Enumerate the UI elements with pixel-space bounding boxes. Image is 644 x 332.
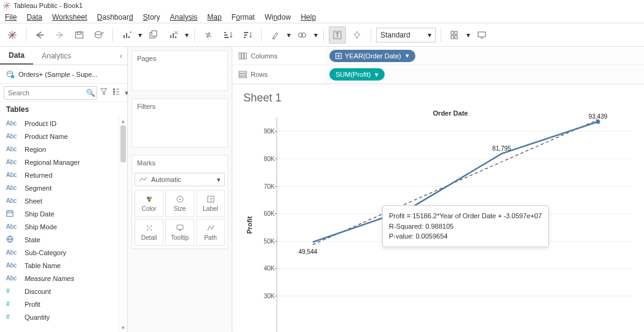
menu-dashboard[interactable]: Dashboard (97, 13, 133, 22)
fit-mode-select[interactable]: Standard ▾ (376, 28, 436, 42)
scroll-up-icon[interactable]: ▴ (119, 117, 127, 125)
field-ship-mode[interactable]: AbcShip Mode (0, 220, 127, 233)
new-data-source-button[interactable]: + (90, 26, 108, 44)
svg-point-64 (147, 226, 148, 227)
marks-label-button[interactable]: TLabel (196, 190, 225, 217)
field-label: Product Name (25, 133, 68, 140)
shelves: Columns YEAR(Order Date) ▾ Rows (232, 47, 644, 84)
field-table-name[interactable]: AbcTable Name (0, 259, 127, 272)
duplicate-button[interactable] (145, 26, 162, 44)
menu-format[interactable]: Format (232, 13, 255, 22)
axis-tick (275, 296, 277, 296)
show-me-dropdown[interactable]: ▾ (466, 31, 471, 39)
tab-data[interactable]: Data (0, 47, 33, 65)
field-product-id[interactable]: AbcProduct ID (0, 117, 127, 130)
chart-axis-title: Order Date (240, 109, 637, 117)
label-toggle-button[interactable]: T (329, 26, 346, 44)
presentation-mode-button[interactable] (473, 26, 490, 44)
svg-text:T: T (210, 197, 213, 203)
field-quantity[interactable]: #Quantity (0, 310, 127, 323)
field-returned[interactable]: AbcReturned (0, 168, 127, 181)
collapse-pane-button[interactable]: ‹ (80, 47, 127, 65)
clear-sheet-button[interactable] (165, 26, 182, 44)
menu-help[interactable]: Help (300, 13, 316, 22)
new-worksheet-dropdown[interactable]: ▾ (138, 31, 143, 39)
svg-point-66 (147, 229, 148, 231)
marks-path-button[interactable]: Path (196, 219, 225, 246)
menu-file-label: File (5, 13, 17, 22)
save-button[interactable] (71, 26, 88, 44)
field-regional-manager[interactable]: AbcRegional Manager (0, 156, 127, 168)
menu-analysis[interactable]: Analysis (170, 13, 198, 22)
field-segment[interactable]: AbcSegment (0, 181, 127, 194)
highlight-button[interactable] (267, 26, 284, 44)
field-sheet[interactable]: AbcSheet (0, 194, 127, 207)
data-pane: Data Analytics ‹ Orders+ (Sample - Supe.… (0, 47, 128, 332)
menu-window[interactable]: Window (265, 13, 291, 22)
group-dropdown[interactable]: ▾ (313, 31, 318, 39)
new-worksheet-button[interactable]: + (118, 26, 135, 44)
menu-map[interactable]: Map (207, 13, 221, 22)
y-tick-label: 60K (253, 210, 275, 217)
pill-sum-profit[interactable]: SUM(Profit) ▾ (329, 68, 385, 81)
pin-button[interactable] (348, 26, 366, 44)
show-me-button[interactable] (446, 26, 463, 44)
chart[interactable]: Profit 30K40K50K60K70K80K90K49,54461,619… (243, 117, 633, 332)
view-options-icon[interactable] (112, 88, 120, 97)
swap-button[interactable] (200, 26, 217, 44)
filter-icon[interactable] (100, 88, 108, 97)
filters-shelf[interactable] (132, 114, 227, 147)
columns-shelf[interactable]: Columns YEAR(Order Date) ▾ (232, 47, 644, 65)
sheet-title[interactable]: Sheet 1 (243, 92, 637, 105)
field-profit[interactable]: #Profit (0, 298, 127, 310)
menu-map-label: Map (207, 13, 221, 22)
sort-asc-button[interactable] (219, 26, 237, 44)
highlight-dropdown[interactable]: ▾ (286, 31, 291, 39)
search-icon[interactable]: 🔍 (86, 89, 95, 97)
datasource-row[interactable]: Orders+ (Sample - Supe... (0, 65, 127, 84)
marks-size-button[interactable]: Size (165, 190, 194, 217)
svg-rect-22 (175, 36, 176, 38)
scroll-down-icon[interactable]: ▾ (119, 323, 127, 332)
path-icon (206, 224, 215, 232)
menu-data[interactable]: Data (26, 13, 42, 22)
menu-file[interactable]: File (5, 13, 17, 22)
field-list-scrollbar[interactable]: ▴ ▾ (119, 117, 127, 332)
field-state[interactable]: State (0, 233, 127, 246)
tableau-home-button[interactable] (4, 26, 21, 44)
field-ship-date[interactable]: Ship Date (0, 207, 127, 220)
tab-analytics[interactable]: Analytics (33, 47, 80, 65)
field-product-name[interactable]: AbcProduct Name (0, 130, 127, 143)
marks-color-button[interactable]: Color (135, 190, 163, 217)
columns-well[interactable]: YEAR(Order Date) ▾ (326, 47, 644, 65)
mark-type-select[interactable]: Automatic ▾ (135, 173, 225, 186)
mark-type-label: Automatic (151, 176, 181, 183)
toolbar-separator (194, 28, 195, 42)
menu-story[interactable]: Story (143, 13, 160, 22)
field-discount[interactable]: #Discount (0, 285, 127, 298)
pill-year-order-date[interactable]: YEAR(Order Date) ▾ (329, 50, 415, 62)
svg-rect-40 (478, 32, 485, 37)
menu-worksheet[interactable]: Worksheet (52, 13, 87, 22)
size-icon (176, 195, 184, 204)
trend-line-tooltip: Profit = 15186.2*Year of Order Date + -3… (382, 205, 549, 247)
field-sub-category[interactable]: AbcSub-Category (0, 246, 127, 259)
sort-desc-button[interactable] (239, 26, 256, 44)
back-button[interactable] (31, 26, 49, 44)
field-measure-names[interactable]: AbcMeasure Names (0, 272, 127, 285)
field-region[interactable]: AbcRegion (0, 143, 127, 156)
rows-shelf-label: Rows (232, 71, 326, 78)
marks-detail-button[interactable]: Detail (135, 219, 163, 246)
forward-button[interactable] (51, 26, 68, 44)
tooltip-equation: Profit = 15186.2*Year of Order Date + -3… (389, 211, 542, 221)
group-button[interactable] (294, 26, 311, 44)
search-input[interactable] (4, 86, 97, 100)
clear-sheet-dropdown[interactable]: ▾ (184, 31, 189, 39)
scroll-thumb[interactable] (120, 125, 126, 162)
rows-well[interactable]: SUM(Profit) ▾ (326, 65, 644, 84)
pages-shelf[interactable] (132, 66, 227, 90)
rows-shelf[interactable]: Rows SUM(Profit) ▾ (232, 65, 644, 84)
field-label: Region (25, 146, 46, 153)
marks-tooltip-button[interactable]: Tooltip (165, 219, 194, 246)
field-label: Quantity (25, 314, 50, 321)
